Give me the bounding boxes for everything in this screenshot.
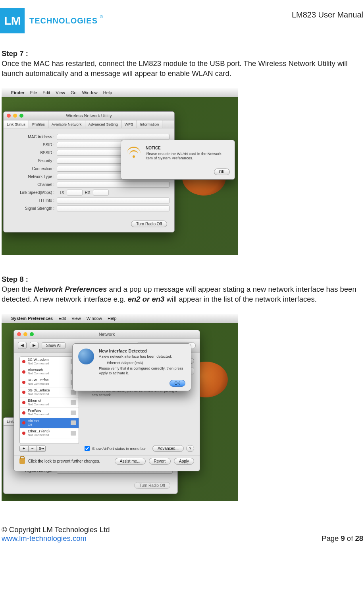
- wifi-icon: [127, 146, 141, 160]
- bottom-row: Show AirPort status in menu bar Advanced…: [85, 445, 194, 452]
- menubar-item[interactable]: Window: [82, 90, 98, 95]
- turn-radio-off-button[interactable]: Turn Radio Off: [134, 482, 170, 489]
- minimize-icon[interactable]: [23, 332, 27, 336]
- step8-title: Step 8 :: [2, 275, 360, 284]
- radio-off-row: Turn Radio Off: [4, 217, 174, 232]
- detect-sub: A new network interface has been detecte…: [99, 354, 185, 358]
- help-button[interactable]: ?: [186, 445, 194, 452]
- ht-info-field[interactable]: [57, 198, 169, 203]
- menubar-item[interactable]: Go: [71, 90, 77, 95]
- channel-field[interactable]: [57, 182, 169, 188]
- window-title: Network: [99, 332, 115, 337]
- titlebar[interactable]: Network: [14, 330, 200, 339]
- notice-dialog: NOTICE Please enable the WLAN card in th…: [121, 140, 235, 180]
- footer-bar: Click the lock to prevent further change…: [14, 455, 200, 469]
- menubar-item[interactable]: View: [56, 90, 65, 95]
- field-label: MAC Address :: [8, 135, 57, 139]
- tab-profiles[interactable]: Profiles: [29, 120, 48, 128]
- traffic-lights[interactable]: [17, 332, 34, 336]
- service-item[interactable]: BluetoothNot Connected: [20, 367, 79, 378]
- menubar-app[interactable]: Finder: [11, 90, 25, 95]
- mac-menubar: Finder File Edit View Go Window Help: [2, 88, 238, 97]
- apply-button[interactable]: Apply: [174, 458, 194, 465]
- show-status-checkbox[interactable]: [85, 446, 90, 451]
- service-item[interactable]: 3G Di...erfaceNot Connected: [20, 387, 79, 398]
- status-led-icon: [22, 401, 25, 404]
- tab-wps[interactable]: WPS: [121, 120, 137, 128]
- field-label: SSID :: [8, 143, 57, 147]
- field-label: BSSID :: [8, 151, 57, 155]
- status-led-icon: [22, 411, 25, 414]
- footer-url[interactable]: www.lm-technologies.com: [2, 534, 87, 542]
- menubar-item[interactable]: Help: [108, 316, 117, 321]
- doc-title: LM823 User Manual: [292, 8, 364, 19]
- assist-me-button[interactable]: Assist me...: [115, 458, 146, 465]
- close-icon[interactable]: [7, 114, 11, 118]
- tx-field[interactable]: [67, 190, 83, 196]
- forward-button[interactable]: ▶: [30, 342, 39, 349]
- service-name: AirPort: [28, 419, 68, 423]
- menubar-app[interactable]: System Preferences: [11, 316, 53, 321]
- tab-advanced-setting[interactable]: Advanced Setting: [85, 120, 121, 128]
- menubar-item[interactable]: Help: [103, 90, 112, 95]
- menubar-item[interactable]: File: [30, 90, 37, 95]
- service-scroll[interactable]: 3G W...odemNot ConnectedBluetoothNot Con…: [19, 356, 79, 444]
- logo-registered: ®: [100, 15, 103, 19]
- tab-information[interactable]: Information: [137, 120, 163, 128]
- zoom-icon[interactable]: [30, 332, 34, 336]
- radio-off-row: Turn Radio Off: [4, 479, 177, 494]
- menubar-item[interactable]: Edit: [42, 90, 50, 95]
- remove-service-button[interactable]: −: [28, 445, 37, 452]
- notice-ok-button[interactable]: OK: [214, 169, 230, 175]
- field-label: Security :: [8, 159, 57, 163]
- menubar-item[interactable]: Window: [87, 316, 102, 321]
- step8-pre: Open the: [2, 285, 34, 293]
- traffic-lights[interactable]: [7, 114, 23, 118]
- service-list: 3G W...odemNot ConnectedBluetoothNot Con…: [19, 356, 79, 452]
- service-item[interactable]: EthernetNot Connected: [20, 398, 79, 408]
- notice-title: NOTICE: [146, 146, 229, 150]
- advanced-button[interactable]: Advanced...: [152, 445, 184, 452]
- status-led-icon: [22, 360, 25, 363]
- field-label: Channel :: [8, 182, 57, 187]
- signal-strength-field[interactable]: [57, 205, 169, 211]
- service-sub: Not Connected: [28, 434, 68, 437]
- mac-menubar: System Preferences Edit View Window Help: [2, 314, 238, 323]
- tab-link-status[interactable]: Link Status: [4, 120, 29, 128]
- minimize-icon[interactable]: [13, 114, 17, 118]
- service-item[interactable]: 3G W...terfacNot Connected: [20, 377, 79, 387]
- content: Step 7 : Once the MAC has restarted, con…: [0, 33, 364, 501]
- service-item[interactable]: Ether...r (en3)Not Connected: [20, 428, 79, 439]
- tab-available-network[interactable]: Available Network: [48, 120, 85, 128]
- service-item[interactable]: FireWireNot Connected: [20, 408, 79, 418]
- show-all-button[interactable]: Show All: [42, 342, 65, 349]
- step7-body: Once the MAC has restarted, connect the …: [2, 59, 359, 79]
- field-label: HT Info :: [8, 198, 57, 203]
- page-total: 28: [355, 534, 363, 542]
- menubar-item[interactable]: Edit: [58, 316, 66, 321]
- service-sub: Off: [28, 423, 68, 427]
- service-type-icon: [71, 431, 76, 436]
- back-button[interactable]: ◀: [18, 342, 27, 349]
- service-type-icon: [71, 420, 76, 425]
- zoom-icon[interactable]: [19, 114, 23, 118]
- service-item[interactable]: 3G W...odemNot Connected: [20, 357, 79, 367]
- titlebar[interactable]: Wireless Network Utility: [4, 112, 174, 120]
- close-icon[interactable]: [17, 332, 21, 336]
- service-sub: Not Connected: [28, 372, 68, 376]
- rx-field[interactable]: [93, 190, 109, 196]
- mac-address-field[interactable]: [57, 134, 169, 140]
- field-label: Network Type :: [8, 174, 57, 179]
- lock-icon[interactable]: [19, 458, 25, 464]
- turn-radio-off-button[interactable]: Turn Radio Off: [131, 221, 167, 227]
- detect-ok-button[interactable]: OK: [169, 380, 185, 387]
- service-sub: Not Connected: [28, 413, 68, 416]
- status-led-icon: [22, 391, 25, 394]
- step8-post: will appear in the list of the network i…: [164, 295, 317, 303]
- service-item[interactable]: AirPortOff: [20, 418, 79, 428]
- add-service-button[interactable]: +: [19, 445, 28, 452]
- revert-button[interactable]: Revert: [149, 458, 171, 465]
- service-gear-button[interactable]: ⚙▾: [37, 445, 46, 452]
- logo-text: TECHNOLOGIES ®: [29, 16, 98, 25]
- menubar-item[interactable]: View: [71, 316, 81, 321]
